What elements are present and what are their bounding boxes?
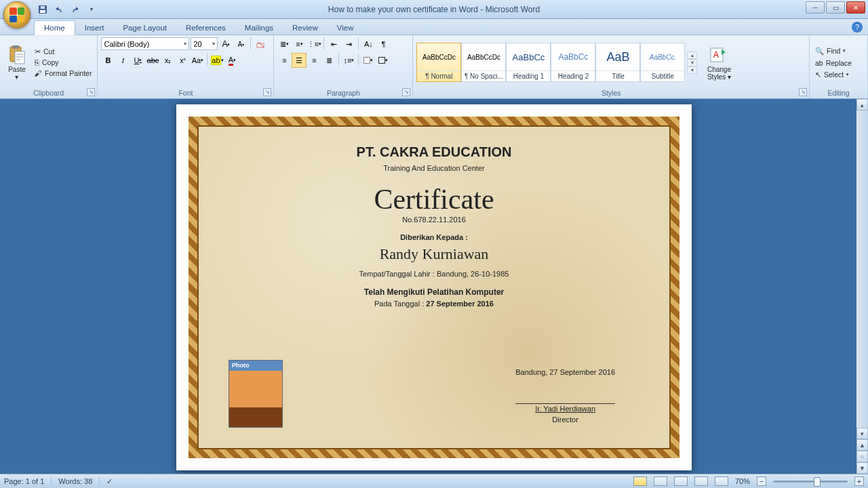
- tab-home[interactable]: Home: [34, 20, 75, 35]
- vertical-scrollbar[interactable]: ▴ ▾ ▲ ○ ▼: [856, 99, 868, 474]
- justify-icon[interactable]: ≣: [322, 54, 336, 67]
- tab-mailings[interactable]: Mailings: [235, 21, 283, 35]
- line-spacing-icon[interactable]: ↕≡▾: [342, 54, 355, 67]
- paste-button[interactable]: Paste▾: [3, 43, 31, 82]
- cut-icon: ✂: [35, 47, 41, 56]
- style-tile-5[interactable]: AaBbCc.Subtitle: [640, 43, 685, 82]
- italic-button[interactable]: I: [116, 54, 130, 67]
- undo-icon[interactable]: [53, 3, 65, 16]
- outline-view-icon[interactable]: [694, 476, 708, 486]
- replace-button[interactable]: abReplace: [813, 58, 854, 68]
- zoom-out-icon[interactable]: −: [757, 476, 766, 486]
- cut-button[interactable]: ✂Cut: [33, 47, 94, 56]
- spell-status-icon[interactable]: ✓: [106, 477, 113, 486]
- font-color-button[interactable]: A▾: [225, 54, 239, 67]
- font-launcher[interactable]: ↘: [263, 88, 271, 96]
- bullets-icon[interactable]: ≣▾: [277, 37, 291, 51]
- indent-icon[interactable]: ⇥: [342, 37, 355, 51]
- align-left-icon[interactable]: ≡: [277, 54, 291, 67]
- clipboard-launcher[interactable]: ↘: [87, 88, 95, 96]
- numbering-icon[interactable]: ≡▾: [292, 37, 306, 51]
- office-button[interactable]: [3, 1, 31, 28]
- find-button[interactable]: 🔍Find ▾: [813, 46, 854, 56]
- next-page-icon[interactable]: ▼: [856, 462, 868, 474]
- draft-view-icon[interactable]: [715, 476, 728, 486]
- show-marks-icon[interactable]: ¶: [376, 37, 390, 51]
- zoom-slider[interactable]: [773, 481, 848, 483]
- style-expand-icon[interactable]: ▾: [687, 66, 697, 74]
- style-tile-4[interactable]: AaBTitle: [595, 43, 640, 82]
- scroll-track[interactable]: [856, 110, 868, 428]
- full-reading-view-icon[interactable]: [654, 476, 667, 486]
- format-painter-button[interactable]: 🖌Format Painter: [33, 68, 94, 78]
- scroll-up-icon[interactable]: ▴: [856, 99, 868, 110]
- photo-placeholder[interactable]: Photo: [229, 360, 283, 428]
- title-bar: ▾ How to make your own certificate in Wo…: [0, 0, 868, 19]
- font-family-select[interactable]: Calibri (Body)▾: [101, 37, 189, 50]
- styles-launcher[interactable]: ↘: [799, 88, 807, 96]
- grow-font-icon[interactable]: A▴: [219, 37, 233, 51]
- style-tile-1[interactable]: AaBbCcDc¶ No Spaci...: [461, 43, 506, 82]
- help-icon[interactable]: ?: [852, 22, 863, 33]
- tab-references[interactable]: References: [176, 21, 235, 35]
- paragraph-launcher[interactable]: ↘: [402, 88, 410, 96]
- style-tile-2[interactable]: AaBbCcHeading 1: [506, 43, 551, 82]
- svg-rect-2: [41, 6, 45, 9]
- redo-icon[interactable]: [69, 3, 81, 16]
- browse-object-icon[interactable]: ○: [856, 451, 868, 462]
- page[interactable]: PT. CAKRA EDUCATION Training And Educati…: [176, 104, 692, 470]
- shading-icon[interactable]: ▾: [361, 54, 375, 67]
- tab-view[interactable]: View: [328, 21, 363, 35]
- zoom-level[interactable]: 70%: [735, 477, 750, 485]
- borders-icon[interactable]: ▾: [376, 54, 390, 67]
- style-scroll-down-icon[interactable]: ▾: [687, 59, 697, 66]
- scroll-down-icon[interactable]: ▾: [856, 428, 868, 439]
- maximize-button[interactable]: ▭: [826, 1, 845, 14]
- editing-group-label: Editing: [810, 87, 867, 98]
- prev-page-icon[interactable]: ▲: [856, 439, 868, 451]
- print-layout-view-icon[interactable]: [633, 476, 647, 486]
- underline-button[interactable]: U▾: [131, 54, 144, 67]
- change-styles-button[interactable]: A Change Styles ▾: [702, 43, 736, 82]
- style-name: Title: [596, 70, 639, 81]
- find-icon: 🔍: [815, 47, 824, 56]
- page-indicator[interactable]: Page: 1 of 1: [4, 477, 52, 485]
- ribbon-tabs: Home Insert Page Layout References Maili…: [0, 19, 868, 35]
- select-button[interactable]: ↖Select ▾: [813, 70, 854, 79]
- save-icon[interactable]: [37, 3, 49, 16]
- sort-icon[interactable]: A↓: [361, 37, 375, 51]
- font-size-select[interactable]: 20▾: [191, 37, 218, 50]
- style-tile-0[interactable]: AaBbCcDc¶ Normal: [416, 43, 461, 82]
- close-button[interactable]: ✕: [846, 1, 865, 14]
- superscript-button[interactable]: x²: [176, 54, 189, 67]
- align-right-icon[interactable]: ≡: [307, 54, 321, 67]
- sign-place-date: Bandung, 27 September 2016: [515, 368, 615, 376]
- word-count[interactable]: Words: 38: [58, 477, 100, 485]
- tab-review[interactable]: Review: [283, 21, 328, 35]
- multilevel-icon[interactable]: ⋮≡▾: [307, 37, 321, 51]
- group-paragraph: ≣▾ ≡▾ ⋮≡▾ ⇤ ⇥ A↓ ¶ ≡ ☰ ≡ ≣ ↕≡▾ ▾ ▾: [274, 35, 413, 98]
- svg-rect-5: [15, 52, 24, 64]
- style-name: Heading 2: [551, 70, 595, 81]
- shrink-font-icon[interactable]: A▾: [234, 37, 248, 51]
- style-scroll: ▴ ▾ ▾: [687, 52, 697, 74]
- style-tile-3[interactable]: AaBbCcHeading 2: [551, 43, 595, 82]
- align-center-icon[interactable]: ☰: [292, 54, 306, 67]
- tab-pagelayout[interactable]: Page Layout: [113, 21, 176, 35]
- highlight-button[interactable]: ab▾: [210, 54, 224, 67]
- copy-button[interactable]: ⎘Copy: [33, 58, 94, 67]
- minimize-button[interactable]: ─: [806, 1, 825, 14]
- style-preview: AaBbCcDc: [467, 43, 500, 70]
- change-case-button[interactable]: Aa▾: [191, 54, 204, 67]
- outdent-icon[interactable]: ⇤: [327, 37, 340, 51]
- zoom-in-icon[interactable]: +: [854, 476, 864, 486]
- strike-button[interactable]: abc: [146, 54, 159, 67]
- web-layout-view-icon[interactable]: [674, 476, 688, 486]
- clear-format-icon[interactable]: [254, 37, 267, 51]
- tab-insert[interactable]: Insert: [75, 21, 114, 35]
- bold-button[interactable]: B: [101, 54, 115, 67]
- qat-dropdown-icon[interactable]: ▾: [85, 3, 98, 16]
- style-name: Heading 1: [507, 70, 550, 81]
- style-scroll-up-icon[interactable]: ▴: [687, 52, 697, 59]
- subscript-button[interactable]: x₂: [161, 54, 174, 67]
